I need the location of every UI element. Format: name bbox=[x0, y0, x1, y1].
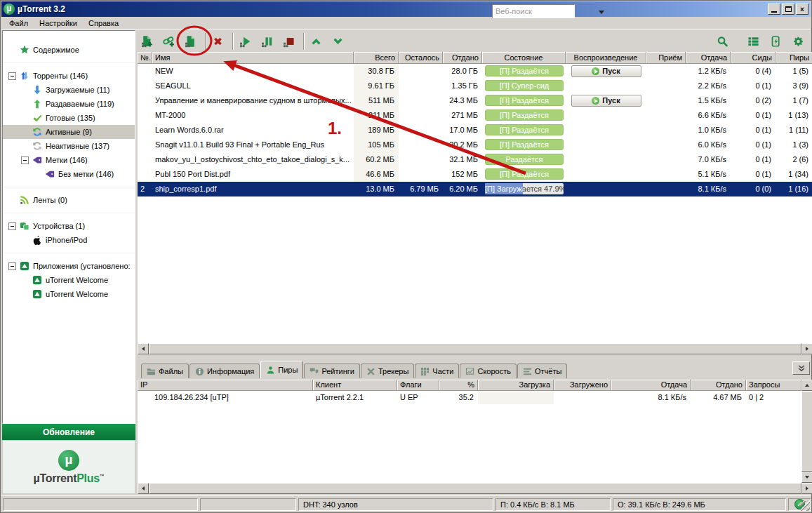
toolbar-move-up-button[interactable] bbox=[307, 32, 328, 51]
tab-trackers[interactable]: Трекеры bbox=[361, 364, 414, 378]
column-header-seeds[interactable]: Сиды bbox=[731, 52, 776, 64]
close-button[interactable]: × bbox=[796, 4, 808, 15]
sidebar-item-downloading[interactable]: Загружаемые (11) bbox=[3, 83, 135, 97]
peer-list-vscrollbar[interactable] bbox=[801, 380, 812, 483]
torrent-hscroll-right-arrow[interactable] bbox=[801, 343, 812, 354]
peer-column-header-ul[interactable]: Отдача bbox=[611, 380, 691, 391]
peer-vscroll-up-arrow[interactable] bbox=[801, 380, 812, 391]
tree-expander-icon[interactable] bbox=[8, 72, 16, 80]
toolbar-web-search-button[interactable] bbox=[713, 32, 735, 51]
search-engine-caret-icon[interactable] bbox=[599, 11, 604, 17]
tree-expander-icon[interactable] bbox=[8, 262, 16, 270]
menu-help[interactable]: Справка bbox=[83, 18, 124, 29]
column-header-name[interactable]: Имя bbox=[152, 52, 354, 64]
torrent-row[interactable]: Управление и маневрирование судном в што… bbox=[138, 93, 812, 108]
sidebar-item-torrents[interactable]: Торренты (146) bbox=[3, 69, 135, 83]
sidebar-item-inactive[interactable]: Неактивные (137) bbox=[3, 139, 135, 153]
torrent-hscroll-left-arrow[interactable] bbox=[138, 343, 149, 354]
torrent-row[interactable]: Snagit v11.0.1 Build 93 Final + Portable… bbox=[138, 138, 812, 152]
peer-list-hscrollbar[interactable] bbox=[138, 483, 812, 494]
tab-files[interactable]: Файлы bbox=[141, 364, 189, 378]
toolbar-add-torrent-button[interactable] bbox=[138, 32, 159, 51]
sidebar-item-app-welcome-2[interactable]: uTorrent Welcome bbox=[3, 287, 135, 301]
torrent-list-hscrollbar[interactable] bbox=[138, 343, 812, 354]
peer-hscroll-thumb[interactable] bbox=[149, 483, 801, 494]
update-banner[interactable]: Обновление bbox=[2, 424, 135, 440]
peer-column-header-flags[interactable]: Флаги bbox=[397, 380, 439, 391]
peer-column-header-uled[interactable]: Отдано bbox=[691, 380, 746, 391]
sidebar-item-seeding[interactable]: Раздаваемые (119) bbox=[3, 97, 135, 111]
peer-hscroll-right-arrow[interactable] bbox=[801, 483, 812, 494]
sidebar-item-iphone[interactable]: iPhone/iPod bbox=[3, 233, 135, 247]
column-header-status[interactable]: Состояние bbox=[482, 52, 566, 64]
toolbar-move-down-button[interactable] bbox=[328, 32, 350, 51]
tab-ratings[interactable]: Рейтинги bbox=[304, 364, 360, 378]
sidebar-item-devices[interactable]: Устройства (1) bbox=[3, 219, 135, 233]
column-header-peers[interactable]: Пиры bbox=[776, 52, 812, 64]
tab-info[interactable]: Информация bbox=[189, 364, 260, 378]
resize-grip[interactable] bbox=[800, 501, 810, 511]
peer-vscroll-thumb[interactable] bbox=[801, 391, 812, 472]
sidebar-item-labels[interactable]: Метки (146) bbox=[3, 153, 135, 167]
column-header-uploaded[interactable]: Отдано bbox=[443, 52, 482, 64]
tab-pieces[interactable]: Части bbox=[415, 364, 459, 378]
column-header-left[interactable]: Осталось bbox=[399, 52, 443, 64]
tree-expander-icon[interactable] bbox=[21, 156, 29, 164]
column-header-total[interactable]: Всего bbox=[354, 52, 399, 64]
torrent-row[interactable]: NEW30.8 ГБ28.0 ГБ[П] РаздаётсяПуск1.2 КБ… bbox=[138, 64, 812, 79]
utorrent-plus-ad[interactable]: µ µTorrentPlus™ bbox=[2, 440, 135, 494]
tab-logger[interactable]: Отчёты bbox=[517, 364, 567, 378]
toolbar-remove-torrent-button[interactable] bbox=[208, 32, 230, 51]
peer-vscroll-down-arrow[interactable] bbox=[801, 472, 812, 483]
toolbar-pause-torrent-button[interactable] bbox=[258, 32, 279, 51]
torrent-row[interactable]: SEAGULL9.61 ГБ1.35 ГБ[П] Супер-сид2.2 КБ… bbox=[138, 79, 812, 93]
play-button[interactable]: Пуск bbox=[571, 65, 641, 77]
collapse-detail-button[interactable] bbox=[792, 361, 810, 375]
cell-play bbox=[566, 182, 646, 196]
torrent-row[interactable]: 2ship_corresp1.pdf13.0 МБ6.79 МБ6.20 МБ[… bbox=[138, 182, 812, 196]
toolbar-remote-devices-button[interactable] bbox=[766, 32, 788, 51]
toolbar-create-torrent-button[interactable] bbox=[181, 32, 203, 51]
toolbar-add-link-button[interactable] bbox=[159, 32, 181, 51]
sidebar-item-active[interactable]: Активные (9) bbox=[3, 125, 135, 139]
sidebar-item-completed[interactable]: Готовые (135) bbox=[3, 111, 135, 125]
column-header-down[interactable]: Приём bbox=[646, 52, 686, 64]
toolbar-stop-torrent-button[interactable] bbox=[279, 32, 301, 51]
menu-options[interactable]: Настройки bbox=[34, 18, 83, 29]
web-search-input[interactable] bbox=[492, 4, 575, 18]
column-header-num[interactable]: №. bbox=[138, 52, 152, 64]
sidebar-item-content[interactable]: Содержимое bbox=[3, 43, 135, 57]
toolbar-settings-button[interactable] bbox=[789, 32, 811, 51]
cell-total: 511 МБ bbox=[354, 93, 399, 108]
toolbar-start-torrent-button[interactable] bbox=[236, 32, 258, 51]
peer-row[interactable]: 109.184.26.234 [uTP]µTorrent 2.2.1U EP35… bbox=[138, 391, 801, 404]
tab-peers[interactable]: Пиры bbox=[260, 361, 303, 378]
cell-up: 2.2 КБ/s bbox=[686, 79, 731, 93]
sidebar-item-feeds[interactable]: Ленты (0) bbox=[3, 193, 135, 207]
sidebar-item-app-welcome-1[interactable]: uTorrent Welcome bbox=[3, 273, 135, 287]
torrent-row[interactable]: makov_yu_l_ostoychivost_chto_eto_takoe_d… bbox=[138, 152, 812, 167]
play-button[interactable]: Пуск bbox=[571, 95, 641, 107]
peer-column-header-reqs[interactable]: Запросы bbox=[746, 380, 801, 391]
column-header-up[interactable]: Отдача bbox=[686, 52, 731, 64]
menu-file[interactable]: Файл bbox=[4, 18, 34, 29]
peer-column-header-dl[interactable]: Загрузка bbox=[478, 380, 554, 391]
torrent-row[interactable]: Learn Words.6.0.rar189 МБ17.0 МБ[П] Разд… bbox=[138, 123, 812, 138]
peer-column-header-client[interactable]: Клиент bbox=[313, 380, 397, 391]
peer-column-header-dled[interactable]: Загружено bbox=[554, 380, 611, 391]
minimize-button[interactable] bbox=[768, 4, 780, 15]
maximize-button[interactable] bbox=[782, 4, 794, 15]
peer-column-header-pct[interactable]: % bbox=[439, 380, 478, 391]
toolbar-detail-view-button[interactable] bbox=[744, 32, 766, 51]
torrent-row[interactable]: Publ 150 Port Dist.pdf46.6 МБ152 МБ[П] Р… bbox=[138, 167, 812, 182]
title-bar[interactable]: µ µTorrent 3.2 × bbox=[1, 1, 811, 17]
column-header-play[interactable]: Воспроизведение bbox=[566, 52, 646, 64]
tab-speed[interactable]: Скорость bbox=[460, 364, 517, 378]
peer-column-header-ip[interactable]: IP bbox=[138, 380, 313, 391]
sidebar-item-apps[interactable]: Приложения (установлено: bbox=[3, 259, 135, 273]
torrent-row[interactable]: MT-2000211 МБ271 МБ[П] Раздаётся6.6 КБ/s… bbox=[138, 108, 812, 123]
peer-hscroll-left-arrow[interactable] bbox=[138, 483, 149, 494]
torrent-hscroll-thumb[interactable] bbox=[149, 343, 801, 354]
tree-expander-icon[interactable] bbox=[8, 222, 16, 230]
sidebar-item-no-label[interactable]: Без метки (146) bbox=[3, 167, 135, 181]
